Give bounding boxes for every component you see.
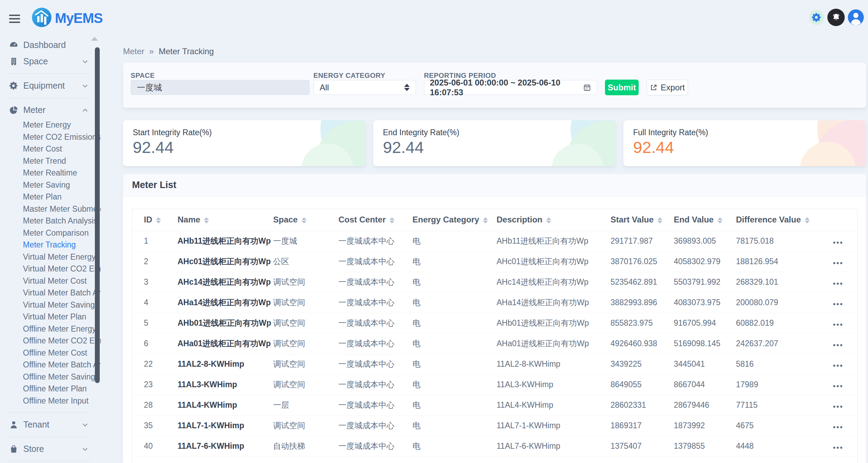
sidebar-subitem-virtual-meter-co2-emissions[interactable]: Virtual Meter CO2 Emissions: [0, 263, 101, 275]
hamburger-menu-icon[interactable]: [9, 15, 20, 25]
row-actions-menu-icon[interactable]: [833, 383, 843, 389]
sidebar-subitem-offline-meter-energy[interactable]: Offline Meter Energy: [0, 323, 101, 335]
sidebar-subitem-virtual-meter-saving[interactable]: Virtual Meter Saving: [0, 299, 101, 311]
column-header-description[interactable]: Description: [497, 209, 611, 231]
stat-value: 92.44: [133, 138, 174, 157]
sidebar-item-space[interactable]: Space: [0, 53, 101, 70]
sidebar-divider: [8, 73, 92, 74]
export-button[interactable]: Export: [647, 80, 688, 95]
sidebar-item-equipment[interactable]: Equipment: [0, 78, 101, 94]
column-header-start-value[interactable]: Start Value: [611, 209, 674, 231]
topbar: MyEMS: [0, 0, 868, 35]
cell-actions: [833, 436, 858, 456]
cell-description: 11AL2-8-KWHimp: [497, 354, 611, 374]
row-actions-menu-icon[interactable]: [833, 260, 843, 266]
row-actions-menu-icon[interactable]: [833, 424, 843, 430]
sidebar-subitem-meter-realtime[interactable]: Meter Realtime: [0, 167, 101, 179]
sidebar-subitem-meter-cost[interactable]: Meter Cost: [0, 143, 101, 155]
sidebar-item-meter[interactable]: Meter: [0, 102, 101, 118]
column-header-name[interactable]: Name: [178, 209, 273, 231]
cell-actions: [833, 415, 858, 436]
cell-actions: [833, 292, 858, 313]
cell-id: 3: [132, 272, 178, 292]
breadcrumb: Meter » Meter Tracking: [123, 47, 214, 56]
cell-name: 11AL3-KWHimp: [178, 374, 273, 395]
energy-category-label: ENERGY CATEGORY: [313, 72, 385, 80]
sidebar-subitem-offline-meter-plan[interactable]: Offline Meter Plan: [0, 383, 101, 395]
cell-end-value: 8667044: [674, 374, 736, 395]
sidebar: DashboardSpaceEquipmentMeterMeter Energy…: [0, 35, 101, 463]
cell-energy-category: 电: [412, 436, 497, 456]
sidebar-subitem-master-meter-submeters-balance[interactable]: Master Meter Submeters Balance: [0, 203, 101, 215]
sidebar-subitem-meter-tracking[interactable]: Meter Tracking: [0, 239, 101, 251]
sidebar-subitem-offline-meter-co2-emissions[interactable]: Offline Meter CO2 Emissions: [0, 335, 101, 347]
sidebar-subitem-offline-meter-cost[interactable]: Offline Meter Cost: [0, 347, 101, 359]
energy-category-select[interactable]: All: [313, 80, 416, 95]
sidebar-subitem-virtual-meter-energy[interactable]: Virtual Meter Energy: [0, 251, 101, 263]
sidebar-subitem-offline-meter-saving[interactable]: Offline Meter Saving: [0, 371, 101, 383]
sidebar-item-store[interactable]: Store: [0, 441, 101, 457]
sidebar-subitem-meter-co2-emissions[interactable]: Meter CO2 Emissions: [0, 131, 101, 143]
sidebar-subitem-virtual-meter-batch-analysis[interactable]: Virtual Meter Batch Analysis: [0, 287, 101, 299]
export-label: Export: [661, 83, 685, 92]
column-header-cost-center[interactable]: Cost Center: [338, 209, 412, 231]
cell-end-value: 4058302.979: [674, 251, 736, 272]
notification-bell-icon[interactable]: [827, 9, 845, 26]
row-actions-menu-icon[interactable]: [833, 445, 843, 451]
sidebar-subitem-meter-comparison[interactable]: Meter Comparison: [0, 227, 101, 239]
breadcrumb-meter[interactable]: Meter: [123, 47, 144, 56]
sidebar-subitem-offline-meter-input[interactable]: Offline Meter Input: [0, 395, 101, 407]
topbar-actions: [809, 0, 864, 35]
cell-actions: [833, 354, 858, 374]
row-actions-menu-icon[interactable]: [833, 281, 843, 287]
cell-name: AHa14进线柜正向有功Wp: [178, 292, 273, 313]
cell-cost-center: 一度城成本中心: [338, 354, 412, 374]
table-header-row: IDNameSpaceCost CenterEnergy CategoryDes…: [132, 209, 858, 231]
row-actions-menu-icon[interactable]: [833, 239, 843, 246]
cell-description: AHb01进线柜正向有功Wp: [497, 313, 611, 333]
row-actions-menu-icon[interactable]: [833, 404, 843, 410]
column-header-energy-category[interactable]: Energy Category: [412, 209, 497, 231]
cell-id: 28: [132, 395, 178, 415]
stat-label: Full Integrity Rate(%): [633, 128, 708, 137]
cell-difference-value: 4675: [736, 415, 833, 436]
column-header-space[interactable]: Space: [273, 209, 338, 231]
sidebar-subitem-meter-trend[interactable]: Meter Trend: [0, 155, 101, 167]
app-logo[interactable]: MyEMS: [32, 8, 103, 29]
cell-space: 自动扶梯: [273, 436, 338, 456]
sidebar-subitem-meter-plan[interactable]: Meter Plan: [0, 191, 101, 203]
space-value: 一度城: [137, 82, 162, 93]
cell-id: 5: [132, 313, 178, 333]
row-actions-menu-icon[interactable]: [833, 363, 843, 369]
column-header-difference-value[interactable]: Difference Value: [736, 209, 833, 231]
cell-name: 11AL7-1-KWHimp: [178, 415, 273, 436]
sidebar-subitem-meter-saving[interactable]: Meter Saving: [0, 179, 101, 191]
sidebar-subitem-meter-batch-analysis[interactable]: Meter Batch Analysis: [0, 215, 101, 227]
cell-actions: [833, 272, 858, 292]
user-avatar[interactable]: [848, 9, 864, 25]
column-header-id[interactable]: ID: [132, 209, 178, 231]
settings-gear-icon[interactable]: [809, 10, 824, 25]
column-header-end-value[interactable]: End Value: [674, 209, 736, 231]
row-actions-menu-icon[interactable]: [833, 342, 843, 348]
stat-card-start-integrity: Start Integrity Rate(%) 92.44: [123, 120, 366, 166]
select-arrows-icon: [404, 84, 410, 91]
reporting-period-input[interactable]: 2025-06-01 00:00:00 ~ 2025-06-10 16:07:5…: [424, 80, 597, 95]
sidebar-item-tenant[interactable]: Tenant: [0, 416, 101, 433]
row-actions-menu-icon[interactable]: [833, 301, 843, 307]
cell-end-value: 1379855: [674, 436, 736, 456]
cell-start-value: 4926460.938: [611, 333, 674, 354]
sidebar-item-dashboard[interactable]: Dashboard: [0, 37, 101, 53]
sidebar-scrollbar[interactable]: [95, 47, 100, 383]
submit-button[interactable]: Submit: [605, 80, 639, 95]
sidebar-subitem-offline-meter-batch-analysis[interactable]: Offline Meter Batch Analysis: [0, 359, 101, 371]
cell-space: 一层: [273, 395, 338, 415]
sidebar-subitem-meter-energy[interactable]: Meter Energy: [0, 119, 101, 131]
cell-space: 调试空间: [273, 333, 338, 354]
row-actions-menu-icon[interactable]: [833, 322, 843, 328]
cell-actions: [833, 313, 858, 333]
space-input[interactable]: 一度城: [131, 80, 310, 95]
table-row: 2AHc01进线柜正向有功Wp公区一度城成本中心电AHc01进线柜正向有功Wp3…: [132, 251, 858, 272]
sidebar-subitem-virtual-meter-plan[interactable]: Virtual Meter Plan: [0, 311, 101, 323]
sidebar-subitem-virtual-meter-cost[interactable]: Virtual Meter Cost: [0, 275, 101, 287]
